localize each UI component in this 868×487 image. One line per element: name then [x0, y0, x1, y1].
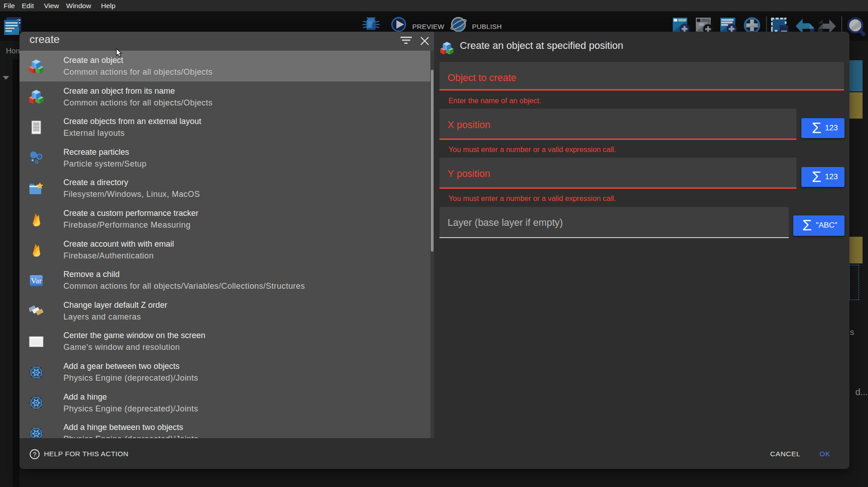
svg-text:?: ? [33, 451, 37, 458]
